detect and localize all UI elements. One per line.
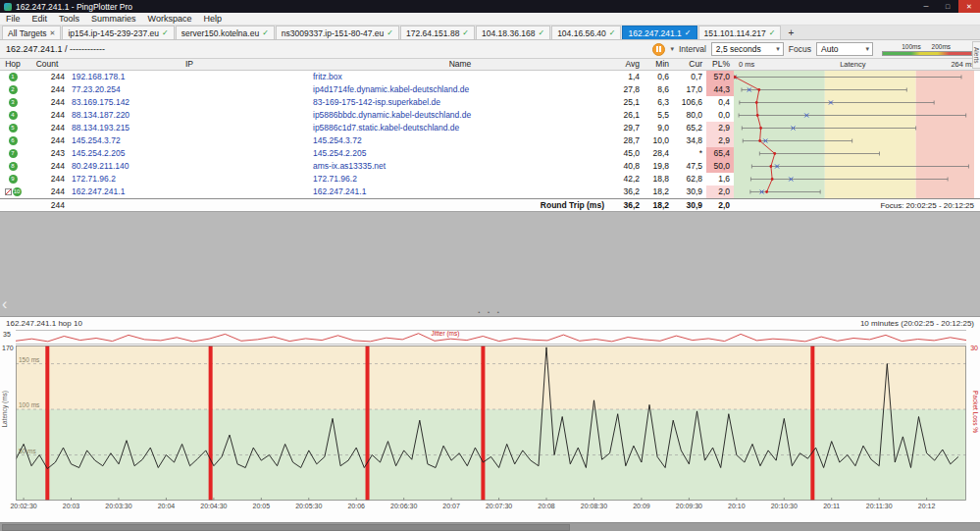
alerts-side-tab[interactable]: Alerts (972, 41, 980, 69)
name-cell: ip5886bbdc.dynamic.kabel-deutschland.de (310, 109, 610, 122)
close-button[interactable]: ✕ (958, 0, 980, 13)
header-min[interactable]: Min (644, 58, 673, 71)
cur-cell: 34,8 (673, 134, 706, 147)
min-cell: 0,6 (644, 71, 673, 83)
tab-label: 162.247.241.1 (628, 28, 681, 38)
menu-item-workspace[interactable]: Workspace (142, 13, 198, 25)
svg-text:150 ms: 150 ms (19, 356, 40, 363)
header-ip[interactable]: IP (69, 58, 310, 71)
add-target-button[interactable]: + (782, 26, 799, 39)
header-pl[interactable]: PL% (706, 58, 734, 71)
menu-item-edit[interactable]: Edit (26, 13, 54, 25)
x-axis-label: 20:07 (433, 503, 470, 509)
pause-dropdown-caret[interactable]: ▾ (670, 45, 674, 53)
min-cell: 6,3 (644, 96, 673, 109)
avg-cell: 36,2 (610, 186, 644, 198)
close-icon[interactable]: ✕ (50, 29, 56, 37)
x-axis-label: 20:11 (813, 503, 851, 509)
min-cell: 8,6 (644, 83, 673, 96)
scrollbar-thumb[interactable] (2, 524, 570, 531)
header-hop[interactable]: Hop (0, 58, 26, 71)
tab-bar: All Targets✕ip154.ip-145-239-237.eu✓serv… (0, 26, 980, 40)
x-axis-labels: 20:02:3020:0320:03:3020:0420:04:3020:052… (16, 503, 966, 512)
horizontal-scrollbar[interactable] (0, 522, 980, 531)
menu-item-tools[interactable]: Tools (53, 13, 85, 25)
hop-cell: 7 (0, 147, 26, 160)
tab-target-162.247.241.1[interactable]: 162.247.241.1✓ (622, 26, 696, 39)
interval-value: 2,5 seconds (716, 44, 761, 54)
hop-cell: 6 (0, 134, 26, 147)
packet-loss-cell: 65,4 (706, 147, 734, 160)
x-axis-label: 20:10:30 (765, 503, 802, 509)
splitter-handle[interactable]: • • • (478, 309, 502, 315)
tab-target-server150.kotelna.eu[interactable]: server150.kotelna.eu✓ (176, 26, 275, 39)
tab-label: 104.18.36.168 (482, 28, 535, 38)
count-cell: 244 (26, 71, 69, 83)
tab-all-targets[interactable]: All Targets✕ (2, 26, 61, 39)
hop-badge: 9 (9, 175, 18, 184)
svg-text:100 ms: 100 ms (19, 401, 40, 408)
packet-loss-cell: 57,0 (706, 71, 734, 83)
pause-button[interactable] (652, 43, 665, 56)
header-cur[interactable]: Cur (673, 58, 706, 71)
header-name[interactable]: Name (310, 58, 610, 71)
x-axis-label: 20:09 (623, 503, 660, 509)
tab-target-104.18.36.168[interactable]: 104.18.36.168✓ (476, 26, 550, 39)
latency-axis-max: 170 (2, 345, 14, 351)
header-latency[interactable]: 0 ms Latency 264 ms (734, 58, 980, 71)
tab-target-ip154.ip-145-239-237.eu[interactable]: ip154.ip-145-239-237.eu✓ (62, 26, 174, 39)
x-axis-label: 20:12 (908, 503, 946, 509)
check-icon: ✓ (162, 28, 169, 37)
latency-timeline-chart[interactable]: 50 ms100 ms150 ms (16, 345, 966, 501)
toolbar: 162.247.241.1 / ------------ ▾ Interval … (0, 40, 980, 59)
tab-target-104.16.56.40[interactable]: 104.16.56.40✓ (551, 26, 621, 39)
tab-target-172.64.151.88[interactable]: 172.64.151.88✓ (400, 26, 475, 39)
name-cell: ip4d1714fe.dynamic.kabel-deutschland.de (310, 83, 610, 96)
header-avg[interactable]: Avg (610, 58, 644, 71)
minimize-button[interactable]: ─ (915, 0, 937, 13)
hop-badge: 5 (9, 124, 18, 133)
focus-select[interactable]: Auto ▾ (816, 42, 873, 56)
cur-cell: 80,0 (673, 109, 706, 122)
jitter-strip-chart (16, 330, 966, 345)
menu-bar: FileEditToolsSummariesWorkspaceHelp (0, 13, 980, 26)
x-axis-label: 20:05 (242, 503, 280, 509)
packet-loss-cell: 2,0 (706, 186, 734, 198)
focus-value: Auto (821, 44, 839, 54)
cur-cell: * (673, 147, 706, 160)
count-cell: 244 (26, 173, 69, 186)
check-icon: ✓ (387, 28, 393, 37)
tab-label: ns3009337.ip-151-80-47.eu (282, 28, 384, 38)
menu-item-help[interactable]: Help (197, 13, 228, 25)
ip-cell: 77.23.20.254 (69, 83, 310, 96)
check-icon: ✓ (538, 28, 544, 37)
collapse-left-arrow[interactable]: ‹ (2, 298, 7, 310)
tab-target-151.101.114.217[interactable]: 151.101.114.217✓ (698, 26, 782, 39)
hop-table-body: 1244192.168.178.1fritz.box1,40,60,757,02… (0, 71, 980, 198)
cur-cell: 30,9 (673, 186, 706, 198)
ip-cell: 88.134.193.215 (69, 122, 310, 134)
x-axis-label: 20:04:30 (195, 503, 232, 509)
header-count[interactable]: Count (26, 58, 69, 71)
tab-target-ns3009337.ip-151-80-47.eu[interactable]: ns3009337.ip-151-80-47.eu✓ (276, 26, 399, 39)
menu-item-file[interactable]: File (0, 13, 26, 25)
pause-icon (656, 46, 661, 52)
min-cell: 5,5 (644, 109, 673, 122)
name-cell: 83-169-175-142-isp.superkabel.de (310, 96, 610, 109)
packet-loss-cell: 2,9 (706, 122, 734, 134)
hop-cell: 1 (0, 71, 26, 83)
min-cell: 9,0 (644, 122, 673, 134)
avg-cell: 42,2 (610, 173, 644, 186)
rt-avg-cell: 36,2 (610, 199, 644, 212)
menu-item-summaries[interactable]: Summaries (85, 13, 142, 25)
loss-axis-max: 30 (970, 345, 978, 351)
avg-cell: 45,0 (610, 147, 644, 160)
maximize-button[interactable]: □ (937, 0, 958, 13)
x-axis-label: 20:08 (528, 503, 565, 509)
avg-cell: 25,1 (610, 96, 644, 109)
target-label: 162.247.241.1 / ------------ (6, 44, 105, 54)
min-cell: 19,8 (644, 160, 673, 173)
interval-select[interactable]: 2,5 seconds ▾ (711, 42, 784, 56)
avg-cell: 1,4 (610, 71, 644, 83)
legend-100ms: 100ms (902, 43, 921, 50)
